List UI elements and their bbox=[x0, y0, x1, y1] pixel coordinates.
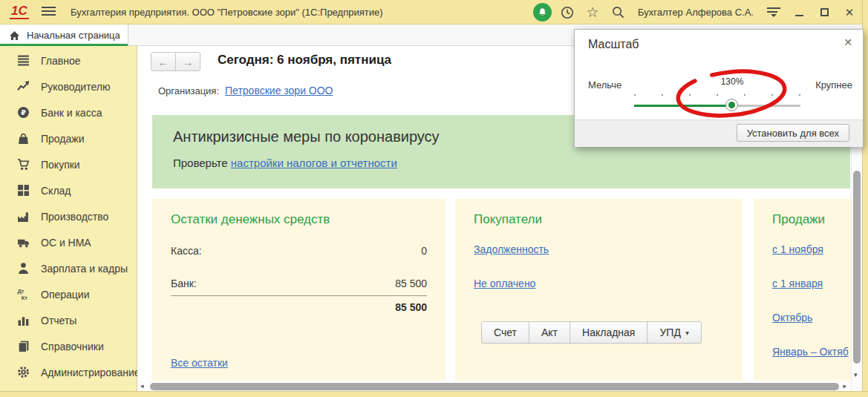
horizontal-scrollbar[interactable]: ◂ ▸ bbox=[137, 381, 851, 392]
scroll-down-icon[interactable]: ▾ bbox=[854, 371, 858, 378]
scroll-left-icon[interactable]: ◂ bbox=[140, 382, 144, 390]
sidebar-item-administrirovanie[interactable]: Администрирование bbox=[0, 359, 137, 385]
sidebar-label: Склад bbox=[41, 185, 71, 197]
sales-since-nov-link[interactable]: с 1 ноября bbox=[772, 243, 823, 255]
maximize-button[interactable] bbox=[812, 0, 837, 24]
close-button[interactable]: ✕ bbox=[837, 0, 862, 24]
upd-dropdown-button[interactable]: УПД▾ bbox=[647, 321, 701, 344]
trend-icon bbox=[17, 80, 30, 93]
cash-row: Касса: 0 bbox=[171, 245, 427, 257]
button-label: Счет bbox=[494, 327, 517, 338]
history-button[interactable] bbox=[555, 0, 580, 24]
sidebar-item-otchety[interactable]: Отчеты bbox=[0, 307, 137, 333]
notifications-button[interactable] bbox=[529, 0, 555, 24]
sidebar-label: Отчеты bbox=[41, 315, 76, 327]
waybill-button[interactable]: Накладная bbox=[570, 321, 647, 344]
main-menu-icon[interactable] bbox=[42, 7, 56, 18]
organization-label: Организация: bbox=[158, 85, 219, 96]
slider-tick bbox=[662, 94, 663, 96]
minimize-button[interactable] bbox=[786, 0, 812, 24]
sales-jan-oct-link[interactable]: Январь – Октяб bbox=[772, 346, 849, 358]
close-icon: ✕ bbox=[845, 6, 855, 19]
boxes-icon bbox=[17, 184, 30, 197]
sections-sidebar: Главное Руководителю ₽ Банк и касса Прод… bbox=[0, 46, 137, 397]
organization-link[interactable]: Петровские зори ООО bbox=[225, 85, 333, 96]
sidebar-item-rukovoditelyu[interactable]: Руководителю bbox=[0, 73, 137, 99]
unpaid-link[interactable]: Не оплачено bbox=[474, 278, 535, 289]
sidebar-item-pokupki[interactable]: Покупки bbox=[0, 151, 137, 177]
sidebar-item-zarplata-i-kadry[interactable]: Зарплата и кадры bbox=[0, 255, 137, 281]
card-title: Продажи bbox=[772, 212, 825, 227]
bell-icon bbox=[533, 3, 552, 22]
slider-handle-dot bbox=[728, 102, 735, 108]
svg-text:Кт: Кт bbox=[22, 295, 28, 301]
slider-tick bbox=[689, 94, 691, 96]
tax-settings-link[interactable]: настройки налогов и отчетности bbox=[231, 157, 397, 169]
scroll-right-icon[interactable]: ▸ bbox=[843, 382, 846, 390]
tab-home-page[interactable]: Начальная страница bbox=[0, 24, 128, 46]
search-button[interactable] bbox=[605, 0, 630, 24]
history-nav-buttons: ← → bbox=[151, 52, 200, 71]
sales-since-jan-link[interactable]: с 1 января bbox=[772, 278, 823, 289]
forward-button[interactable]: → bbox=[175, 53, 200, 70]
vertical-scrollbar-thumb[interactable] bbox=[853, 171, 861, 364]
sidebar-item-proizvodstvo[interactable]: Производство bbox=[0, 203, 137, 229]
sidebar-label: Администрирование bbox=[41, 367, 140, 378]
sidebar-item-glavnoe[interactable]: Главное bbox=[0, 47, 137, 73]
zoom-value-label: 130% bbox=[710, 76, 754, 87]
sidebar-label: ОС и НМА bbox=[41, 237, 91, 249]
debt-link[interactable]: Задолженность bbox=[474, 243, 549, 255]
organization-line: Организация:Петровские зори ООО bbox=[158, 85, 333, 96]
svg-text:Дт: Дт bbox=[18, 288, 25, 295]
slider-tick bbox=[799, 94, 800, 96]
star-icon: ☆ bbox=[587, 5, 599, 19]
dt-kt-icon: ДтКт bbox=[17, 288, 30, 301]
sidebar-item-sklad[interactable]: Склад bbox=[0, 177, 137, 203]
gear-icon bbox=[17, 366, 30, 378]
sidebar-label: Продажи bbox=[41, 133, 84, 145]
dialog-title: Масштаб bbox=[588, 38, 639, 51]
invoice-button[interactable]: Счет bbox=[481, 321, 529, 344]
books-icon bbox=[17, 340, 30, 352]
banner-title: Антикризисные меры по коронавирусу bbox=[173, 128, 440, 145]
service-menu-button[interactable] bbox=[761, 0, 786, 24]
sidebar-label: Главное bbox=[41, 55, 81, 67]
slider-tick bbox=[717, 94, 718, 96]
bag-icon bbox=[17, 132, 30, 145]
svg-text:₽: ₽ bbox=[21, 108, 26, 117]
tab-home-label: Начальная страница bbox=[27, 30, 120, 41]
sidebar-item-spravochniki[interactable]: Справочники bbox=[0, 333, 137, 359]
horizontal-scrollbar-thumb[interactable] bbox=[150, 383, 839, 390]
banner-check-prefix: Проверьте bbox=[173, 157, 228, 169]
sidebar-label: Банк и касса bbox=[41, 107, 102, 119]
document-buttons: Счет Акт Накладная УПД▾ bbox=[481, 321, 702, 344]
sidebar-item-os-i-nma[interactable]: ОС и НМА bbox=[0, 229, 137, 255]
button-label: Накладная bbox=[582, 327, 635, 338]
act-button[interactable]: Акт bbox=[529, 321, 570, 344]
buyers-card: Покупатели Задолженность Не оплачено Сче… bbox=[455, 199, 743, 381]
back-button[interactable]: ← bbox=[151, 53, 175, 70]
button-label: Акт bbox=[541, 327, 558, 338]
apply-for-all-button[interactable]: Установить для всех bbox=[737, 124, 849, 142]
sidebar-item-prodazhi[interactable]: Продажи bbox=[0, 125, 137, 151]
sidebar-item-bank-i-kassa[interactable]: ₽ Банк и касса bbox=[0, 99, 137, 125]
dialog-close-icon[interactable]: ✕ bbox=[843, 36, 852, 48]
sales-october-link[interactable]: Октябрь bbox=[772, 312, 812, 324]
cash-balances-card: Остатки денежных средств Касса: 0 Банк: … bbox=[152, 199, 446, 381]
all-balances-link[interactable]: Все остатки bbox=[171, 357, 228, 369]
slider-tick bbox=[744, 94, 745, 96]
smaller-label: Мельче bbox=[588, 79, 621, 91]
card-title: Остатки денежных средств bbox=[171, 212, 330, 227]
favorites-button[interactable]: ☆ bbox=[580, 0, 605, 24]
card-title: Покупатели bbox=[474, 212, 542, 227]
ruble-icon: ₽ bbox=[17, 106, 30, 119]
titlebar-actions: ☆ Бухгалтер Алферова С.А. ✕ bbox=[529, 0, 862, 24]
current-user[interactable]: Бухгалтер Алферова С.А. bbox=[638, 7, 754, 18]
sidebar-item-operacii[interactable]: ДтКт Операции bbox=[0, 281, 137, 307]
title-bar: 1С Бухгалтерия предприятия. ООО "Петровс… bbox=[0, 0, 868, 24]
total-divider bbox=[171, 295, 427, 296]
sidebar-label: Производство bbox=[41, 211, 108, 223]
sidebar-label: Операции bbox=[41, 289, 90, 301]
button-label: УПД bbox=[659, 327, 680, 338]
zoom-slider-handle[interactable] bbox=[725, 99, 738, 111]
